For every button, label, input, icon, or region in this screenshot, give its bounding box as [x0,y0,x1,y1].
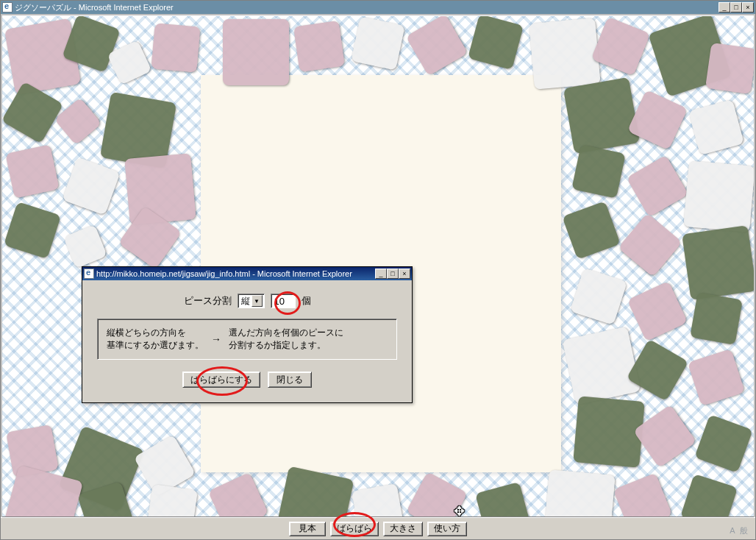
puzzle-piece[interactable] [2,82,63,144]
arrow-right-icon: → [211,333,221,345]
piece-count-input[interactable] [271,294,296,308]
puzzle-piece[interactable] [690,292,743,345]
puzzle-piece[interactable] [124,153,196,225]
puzzle-piece[interactable] [562,201,620,259]
puzzle-piece[interactable] [627,155,689,218]
split-label: ピース分割 [184,294,232,308]
puzzle-piece[interactable] [682,225,754,300]
puzzle-piece[interactable] [468,15,524,70]
scatter-toolbar-button[interactable]: ばらばら [330,522,379,536]
ie-page-icon [2,2,13,13]
sample-button[interactable]: 見本 [289,522,326,536]
bottom-toolbar: 見本 ばらばら 大きさ 使い方 A 般 [1,517,755,539]
puzzle-piece[interactable] [293,21,345,72]
close-button[interactable]: × [742,2,754,13]
dialog-titlebar: http://mikko.homeip.net/jigsaw/jig_info.… [82,267,412,280]
puzzle-piece[interactable] [351,16,405,71]
close-dialog-button[interactable]: 閉じる [268,372,312,388]
game-area[interactable]: ✥ http://mikko.homeip.net/jigsaw/jig_inf… [2,15,754,517]
direction-select[interactable]: 縦 ▼ [238,294,265,308]
puzzle-piece[interactable] [563,327,641,405]
puzzle-piece[interactable] [529,18,601,90]
unit-label: 個 [302,294,311,308]
puzzle-piece[interactable] [223,19,289,85]
puzzle-piece[interactable] [146,484,198,517]
minimize-button[interactable]: _ [718,2,730,13]
direction-selected: 縦 [241,295,250,308]
dialog-buttons: ばらばらにする 閉じる [97,372,397,388]
puzzle-piece[interactable] [5,144,60,199]
main-titlebar: ジグソーパズル - Microsoft Internet Explorer _ … [1,1,755,14]
split-row: ピース分割 縦 ▼ 個 [97,294,397,308]
maximize-button[interactable]: □ [730,2,742,13]
ime-status: A 般 [730,525,749,536]
help-left-text: 縦横どちらの方向を 基準にするか選びます。 [107,327,204,352]
dialog-window-controls: _ □ × [375,269,410,279]
puzzle-piece[interactable] [705,43,754,94]
puzzle-piece[interactable] [683,160,754,232]
help-box: 縦横どちらの方向を 基準にするか選びます。 → 選んだ方向を何個のピースに 分割… [97,319,397,360]
puzzle-piece[interactable] [276,466,354,517]
puzzle-piece[interactable] [208,472,268,517]
puzzle-piece[interactable] [4,202,61,259]
puzzle-piece[interactable] [688,349,745,406]
dialog-close-button[interactable]: × [399,269,410,279]
puzzle-piece[interactable] [688,99,744,155]
ie-page-icon [84,269,94,279]
puzzle-piece[interactable] [406,472,468,517]
chevron-down-icon: ▼ [252,295,263,307]
puzzle-piece[interactable] [563,77,640,154]
main-window: ジグソーパズル - Microsoft Internet Explorer _ … [0,0,756,540]
dialog-minimize-button[interactable]: _ [375,269,387,279]
help-right-text: 選んだ方向を何個のピースに 分割するか指定します。 [229,327,343,352]
puzzle-piece[interactable] [627,281,688,341]
dialog-body: ピース分割 縦 ▼ 個 縦横どちらの方向を 基準にするか選びます。 → 選んだ方… [82,280,412,402]
puzzle-piece[interactable] [613,473,673,517]
dialog-title: http://mikko.homeip.net/jigsaw/jig_info.… [96,269,375,278]
puzzle-piece[interactable] [694,414,752,472]
size-button[interactable]: 大きさ [383,522,423,536]
puzzle-piece[interactable] [591,17,651,77]
puzzle-piece[interactable] [475,482,531,517]
puzzle-piece[interactable] [352,483,404,517]
puzzle-piece[interactable] [406,15,468,76]
dialog-maximize-button[interactable]: □ [387,269,399,279]
settings-dialog: http://mikko.homeip.net/jigsaw/jig_info.… [82,266,413,403]
puzzle-piece[interactable] [62,157,120,215]
main-title: ジグソーパズル - Microsoft Internet Explorer [15,2,718,13]
window-controls: _ □ × [718,2,754,13]
puzzle-piece[interactable] [573,396,645,468]
puzzle-piece[interactable] [571,144,626,199]
howto-button[interactable]: 使い方 [427,522,467,536]
puzzle-piece[interactable] [570,268,627,325]
puzzle-piece[interactable] [151,23,200,72]
puzzle-piece[interactable] [63,224,107,269]
puzzle-piece[interactable] [543,469,616,517]
puzzle-piece[interactable] [618,213,682,277]
puzzle-piece[interactable] [680,474,738,517]
scatter-button[interactable]: ばらばらにする [182,372,260,388]
